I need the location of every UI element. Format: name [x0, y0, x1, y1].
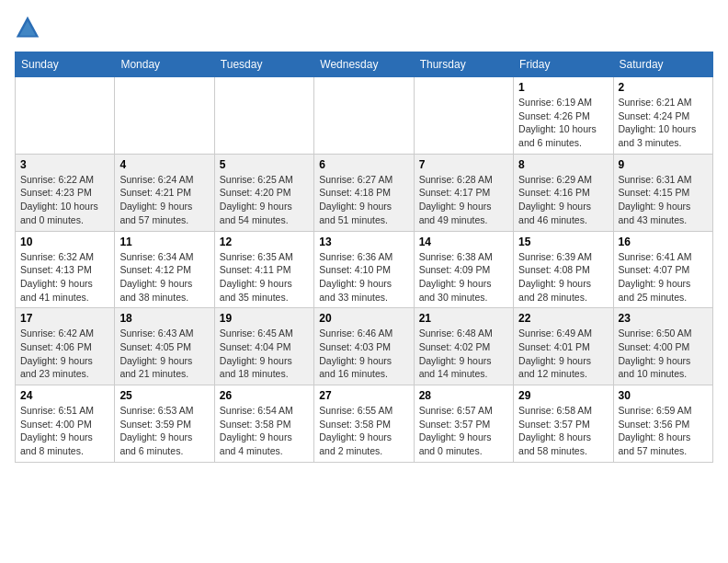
day-number: 23 [619, 312, 708, 325]
day-of-week-header: Monday [115, 52, 214, 77]
day-info: Sunrise: 6:24 AM Sunset: 4:21 PM Dayligh… [119, 173, 209, 227]
day-number: 17 [20, 312, 109, 325]
calendar-table: SundayMondayTuesdayWednesdayThursdayFrid… [15, 52, 713, 463]
page-header [15, 15, 713, 40]
calendar-day-cell: 7Sunrise: 6:28 AM Sunset: 4:17 PM Daylig… [414, 154, 513, 231]
day-number: 10 [20, 236, 109, 248]
logo-icon [15, 15, 40, 40]
calendar-day-cell: 10Sunrise: 6:32 AM Sunset: 4:13 PM Dayli… [16, 231, 115, 308]
day-number: 25 [119, 389, 209, 402]
day-number: 9 [619, 158, 708, 171]
calendar-day-cell: 11Sunrise: 6:34 AM Sunset: 4:12 PM Dayli… [115, 231, 214, 308]
day-number: 5 [220, 158, 309, 171]
calendar-day-cell: 14Sunrise: 6:38 AM Sunset: 4:09 PM Dayli… [414, 231, 513, 308]
day-number: 1 [518, 81, 608, 94]
day-info: Sunrise: 6:45 AM Sunset: 4:04 PM Dayligh… [220, 327, 309, 381]
day-of-week-header: Tuesday [214, 52, 313, 77]
calendar-week-row: 10Sunrise: 6:32 AM Sunset: 4:13 PM Dayli… [16, 231, 713, 308]
day-info: Sunrise: 6:22 AM Sunset: 4:23 PM Dayligh… [20, 173, 109, 227]
day-number: 28 [419, 389, 508, 402]
calendar-header-row: SundayMondayTuesdayWednesdayThursdayFrid… [16, 52, 713, 77]
calendar-day-cell [16, 77, 115, 155]
calendar-day-cell [314, 77, 414, 155]
day-number: 11 [119, 236, 209, 248]
day-number: 4 [119, 158, 209, 171]
day-info: Sunrise: 6:31 AM Sunset: 4:15 PM Dayligh… [619, 173, 708, 227]
day-of-week-header: Sunday [16, 52, 115, 77]
calendar-day-cell: 12Sunrise: 6:35 AM Sunset: 4:11 PM Dayli… [214, 231, 313, 308]
day-of-week-header: Thursday [414, 52, 513, 77]
day-of-week-header: Friday [514, 52, 613, 77]
calendar-day-cell: 23Sunrise: 6:50 AM Sunset: 4:00 PM Dayli… [613, 308, 712, 385]
day-number: 22 [518, 312, 608, 325]
calendar-day-cell [414, 77, 513, 155]
day-info: Sunrise: 6:25 AM Sunset: 4:20 PM Dayligh… [220, 173, 309, 227]
day-number: 26 [220, 389, 309, 402]
day-number: 30 [619, 389, 708, 402]
day-number: 29 [518, 389, 608, 402]
calendar-day-cell: 9Sunrise: 6:31 AM Sunset: 4:15 PM Daylig… [613, 154, 712, 231]
day-info: Sunrise: 6:19 AM Sunset: 4:26 PM Dayligh… [518, 96, 608, 150]
day-info: Sunrise: 6:50 AM Sunset: 4:00 PM Dayligh… [619, 327, 708, 381]
calendar-day-cell: 21Sunrise: 6:48 AM Sunset: 4:02 PM Dayli… [414, 308, 513, 385]
calendar-day-cell: 29Sunrise: 6:58 AM Sunset: 3:57 PM Dayli… [514, 385, 613, 463]
day-number: 16 [619, 236, 708, 248]
calendar-day-cell: 25Sunrise: 6:53 AM Sunset: 3:59 PM Dayli… [115, 385, 214, 463]
day-info: Sunrise: 6:58 AM Sunset: 3:57 PM Dayligh… [518, 404, 608, 458]
day-info: Sunrise: 6:34 AM Sunset: 4:12 PM Dayligh… [119, 250, 209, 304]
day-number: 24 [20, 389, 109, 402]
calendar-day-cell: 1Sunrise: 6:19 AM Sunset: 4:26 PM Daylig… [514, 77, 613, 155]
calendar-day-cell [115, 77, 214, 155]
logo [15, 15, 44, 40]
calendar-day-cell: 19Sunrise: 6:45 AM Sunset: 4:04 PM Dayli… [214, 308, 313, 385]
calendar-day-cell: 15Sunrise: 6:39 AM Sunset: 4:08 PM Dayli… [514, 231, 613, 308]
day-info: Sunrise: 6:21 AM Sunset: 4:24 PM Dayligh… [619, 96, 708, 150]
day-info: Sunrise: 6:49 AM Sunset: 4:01 PM Dayligh… [518, 327, 608, 381]
day-number: 12 [220, 236, 309, 248]
day-number: 8 [518, 158, 608, 171]
calendar-day-cell: 5Sunrise: 6:25 AM Sunset: 4:20 PM Daylig… [214, 154, 313, 231]
calendar-day-cell: 8Sunrise: 6:29 AM Sunset: 4:16 PM Daylig… [514, 154, 613, 231]
day-info: Sunrise: 6:36 AM Sunset: 4:10 PM Dayligh… [319, 250, 408, 304]
day-info: Sunrise: 6:55 AM Sunset: 3:58 PM Dayligh… [319, 404, 408, 458]
day-info: Sunrise: 6:54 AM Sunset: 3:58 PM Dayligh… [220, 404, 309, 458]
day-info: Sunrise: 6:53 AM Sunset: 3:59 PM Dayligh… [119, 404, 209, 458]
day-number: 3 [20, 158, 109, 171]
day-of-week-header: Saturday [613, 52, 712, 77]
day-info: Sunrise: 6:38 AM Sunset: 4:09 PM Dayligh… [419, 250, 508, 304]
day-number: 14 [419, 236, 508, 248]
calendar-day-cell: 6Sunrise: 6:27 AM Sunset: 4:18 PM Daylig… [314, 154, 414, 231]
calendar-day-cell: 2Sunrise: 6:21 AM Sunset: 4:24 PM Daylig… [613, 77, 712, 155]
day-info: Sunrise: 6:59 AM Sunset: 3:56 PM Dayligh… [619, 404, 708, 458]
calendar-day-cell: 27Sunrise: 6:55 AM Sunset: 3:58 PM Dayli… [314, 385, 414, 463]
calendar-day-cell: 13Sunrise: 6:36 AM Sunset: 4:10 PM Dayli… [314, 231, 414, 308]
day-info: Sunrise: 6:42 AM Sunset: 4:06 PM Dayligh… [20, 327, 109, 381]
calendar-week-row: 24Sunrise: 6:51 AM Sunset: 4:00 PM Dayli… [16, 385, 713, 463]
calendar-day-cell: 30Sunrise: 6:59 AM Sunset: 3:56 PM Dayli… [613, 385, 712, 463]
day-info: Sunrise: 6:48 AM Sunset: 4:02 PM Dayligh… [419, 327, 508, 381]
day-number: 27 [319, 389, 408, 402]
day-info: Sunrise: 6:29 AM Sunset: 4:16 PM Dayligh… [518, 173, 608, 227]
day-info: Sunrise: 6:51 AM Sunset: 4:00 PM Dayligh… [20, 404, 109, 458]
calendar-day-cell: 24Sunrise: 6:51 AM Sunset: 4:00 PM Dayli… [16, 385, 115, 463]
day-number: 6 [319, 158, 408, 171]
day-number: 15 [518, 236, 608, 248]
day-info: Sunrise: 6:32 AM Sunset: 4:13 PM Dayligh… [20, 250, 109, 304]
day-info: Sunrise: 6:43 AM Sunset: 4:05 PM Dayligh… [119, 327, 209, 381]
day-of-week-header: Wednesday [314, 52, 414, 77]
calendar-day-cell [214, 77, 313, 155]
calendar-day-cell: 18Sunrise: 6:43 AM Sunset: 4:05 PM Dayli… [115, 308, 214, 385]
calendar-week-row: 1Sunrise: 6:19 AM Sunset: 4:26 PM Daylig… [16, 77, 713, 155]
day-number: 7 [419, 158, 508, 171]
day-info: Sunrise: 6:46 AM Sunset: 4:03 PM Dayligh… [319, 327, 408, 381]
day-info: Sunrise: 6:41 AM Sunset: 4:07 PM Dayligh… [619, 250, 708, 304]
calendar-week-row: 3Sunrise: 6:22 AM Sunset: 4:23 PM Daylig… [16, 154, 713, 231]
day-info: Sunrise: 6:39 AM Sunset: 4:08 PM Dayligh… [518, 250, 608, 304]
calendar-day-cell: 28Sunrise: 6:57 AM Sunset: 3:57 PM Dayli… [414, 385, 513, 463]
calendar-day-cell: 3Sunrise: 6:22 AM Sunset: 4:23 PM Daylig… [16, 154, 115, 231]
calendar-day-cell: 26Sunrise: 6:54 AM Sunset: 3:58 PM Dayli… [214, 385, 313, 463]
calendar-day-cell: 20Sunrise: 6:46 AM Sunset: 4:03 PM Dayli… [314, 308, 414, 385]
calendar-day-cell: 17Sunrise: 6:42 AM Sunset: 4:06 PM Dayli… [16, 308, 115, 385]
day-info: Sunrise: 6:27 AM Sunset: 4:18 PM Dayligh… [319, 173, 408, 227]
calendar-day-cell: 4Sunrise: 6:24 AM Sunset: 4:21 PM Daylig… [115, 154, 214, 231]
